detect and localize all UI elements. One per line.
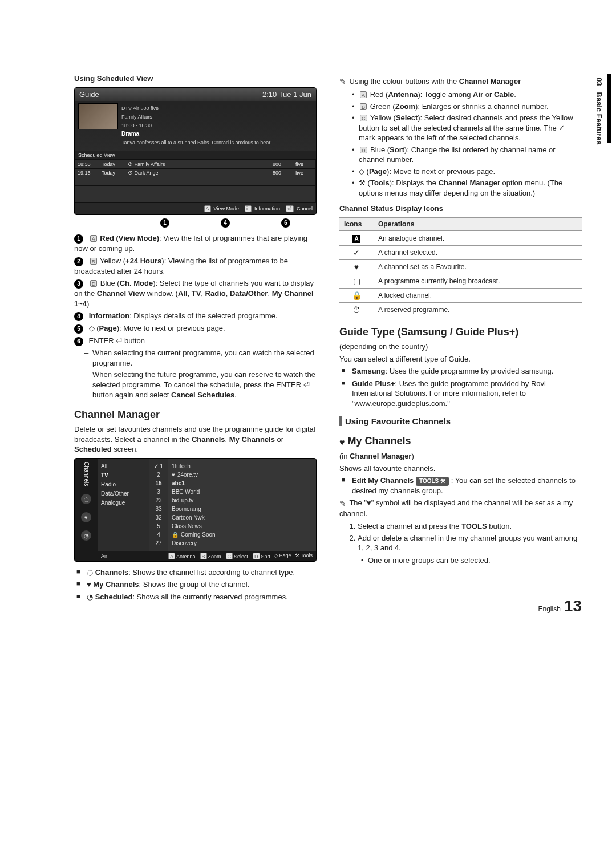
list-item: ◇ (Page): Move to next or previous page. [348,167,582,177]
cm-number-list: ✓ 1 2 15 3 23 33 32 5 4 27 [149,459,168,551]
list-item: ◌ Channels: Shows the channel list accor… [74,567,317,578]
guide-meta-source: DTV Air 800 five [121,106,274,112]
list-item: 4 Information: Displays details of the s… [74,311,317,321]
cm-footer-tools: AAntenna BZoom CSelect DSort ◇ Page ⚒ To… [167,553,313,559]
tools-pill: TOOLS ⚒ [416,477,449,486]
channels-icon: ◌ [87,568,93,577]
guide-meta-desc: Tanya confesses all to a stunned Babs. C… [121,140,274,146]
guide-row: 18:30 Today ⏱ Family Affairs 800 five [75,160,316,169]
heart-icon: ♥ [339,437,345,447]
page-updown-icon: ◇ [359,167,364,176]
heart-icon: ♥ [339,260,374,274]
channel-manager-heading: Channel Manager [74,409,317,421]
guide-table: 18:30 Today ⏱ Family Affairs 800 five 19… [75,160,316,203]
note-icon: ✎ [339,77,346,86]
list-item: ♥ My Channels: Shows the group of the ch… [74,579,317,590]
clock-icon: ◔ [87,593,93,601]
list-item: A Red (Antenna): Toggle among Air or Cab… [348,90,582,100]
enter-icon: ⏎ [116,336,122,345]
colour-note: ✎ Using the colour buttons with the Chan… [339,76,582,87]
list-item: Guide Plus+: Uses the guide programme pr… [339,379,582,409]
guide-osd: Guide 2:10 Tue 1 Jun DTV Air 800 five Fa… [74,87,317,215]
check-icon: ✓ [558,124,565,132]
list-item: ◔ Scheduled: Shows all the currently res… [74,592,317,602]
list-item: Samsung: Uses the guide programme by pro… [339,366,582,376]
cm-footer-left: Air [101,553,107,559]
channel-manager-osd: Channels ◌ ♥ ◔ All TV Radio Data/Other A… [74,458,317,562]
list-item: D Blue (Sort): Change the list ordered b… [348,145,582,165]
step-item: Add or delete a channel in the my channe… [358,533,582,566]
list-item: One or more groups can be selected. [358,555,582,566]
list-item: 3 D Blue (Ch. Mode): Select the type of … [74,278,317,309]
list-item: 6 ENTER ⏎ button When selecting the curr… [74,336,317,400]
remote-d-icon: D [90,280,98,287]
guide-meta-prog: Family Affairs [121,114,274,120]
guide-ftr-viewmode: AView Mode [203,205,239,212]
my-channels-note: ✎ The "♥" symbol will be displayed and t… [339,498,582,519]
cm-name-list: 1futech ♥24ore.tv abc1 BBC World bid-up.… [168,459,316,551]
note-icon: ✎ [339,499,346,508]
list-item: C Yellow (Select): Select desired channe… [348,113,582,143]
guide-ftr-info: iInformation [244,205,280,212]
page-updown-icon: ◇ [89,324,95,332]
cm-side-label: Channels [83,462,90,486]
step-item: Select a channel and press the TOOLS but… [358,521,582,532]
remote-a-icon: A [360,91,367,98]
remote-b-icon: B [360,103,367,110]
list-item: Edit My Channels TOOLS ⚒ : You can set t… [339,476,582,496]
guide-meta-time: 18:00 - 18:30 [121,123,274,129]
guide-scheduled-label: Scheduled View [75,151,316,160]
guide-title: Guide [79,90,99,99]
my-channels-sub: (in Channel Manager) [339,451,582,461]
broadcast-icon: ▢ [339,274,374,289]
page-footer: English 13 [538,597,582,615]
cm-type-list: All TV Radio Data/Other Analogue [98,459,149,551]
list-sub: When selecting the future programme, you… [84,370,317,400]
list-sub: When selecting the current programme, yo… [84,348,317,368]
lock-icon: 🔒 [172,530,179,539]
using-scheduled-view-heading: Using Scheduled View [74,74,317,83]
channel-manager-intro: Delete or set favourites channels and us… [74,424,317,455]
status-icons-table: Icons Operations AAn analogue channel. ✓… [339,217,582,317]
list-item: 1 A Red (View Mode): View the list of pr… [74,233,317,254]
check-icon: ✓ [339,246,374,260]
list-item: 2 B Yellow (+24 Hours): Viewing the list… [74,256,317,277]
tools-icon: ⚒ [359,178,366,187]
guide-type-heading: Guide Type (Samsung / Guide Plus+) [339,326,582,338]
status-icons-heading: Channel Status Display Icons [339,204,443,213]
guide-type-sub: (depending on the country) [339,342,582,352]
heart-icon: ♥ [87,580,91,589]
analogue-icon: A [352,235,360,243]
guide-clock: 2:10 Tue 1 Jun [262,90,311,99]
heart-icon: ♥ [81,512,91,522]
clock-icon: ⏱ [339,303,374,317]
using-favourite-heading: Using Favourite Channels [339,416,582,426]
list-item: ⚒ (Tools): Displays the Channel Manager … [348,178,582,198]
guide-callouts: 1 4 6 [74,218,317,228]
guide-type-intro: You can select a different type of Guide… [339,354,582,364]
remote-a-icon: A [90,235,97,242]
remote-c-icon: C [360,115,367,121]
heart-icon: ♥ [172,470,175,479]
list-item: B Green (Zoom): Enlarges or shrinks a ch… [348,102,582,112]
guide-ftr-cancel: ⏎Cancel [285,205,313,212]
list-item: 5 ◇ (Page): Move to next or previous pag… [74,323,317,334]
lock-icon: 🔒 [339,289,374,303]
remote-b-icon: B [90,258,97,265]
clock-icon: ◔ [81,530,91,541]
my-channels-heading: ♥ My Channels [339,435,582,448]
guide-meta-genre: Drama [121,131,139,137]
channels-icon: ◌ [81,494,91,504]
my-channels-intro: Shows all favourite channels. [339,464,582,474]
guide-row: 19:15 Today ⏱ Dark Angel 800 five [75,169,316,177]
guide-thumbnail [78,103,118,129]
remote-d-icon: D [360,147,367,153]
